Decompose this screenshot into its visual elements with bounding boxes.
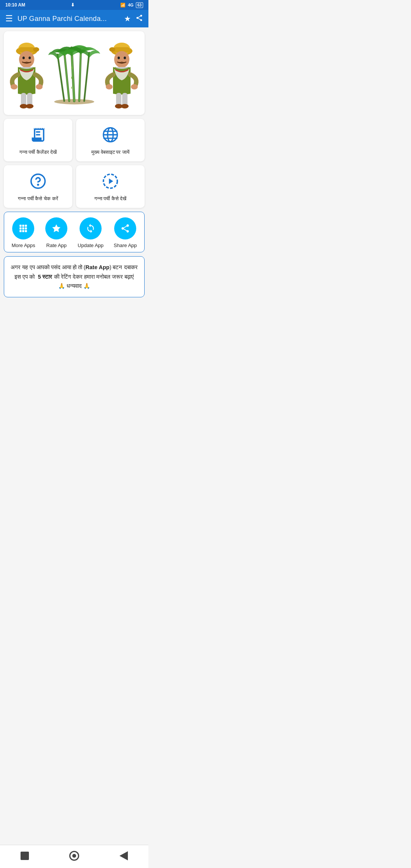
svg-point-14 [26,104,33,108]
svg-rect-55 [22,227,24,229]
share-header-button[interactable] [135,14,143,24]
share-app-icon [114,217,136,239]
more-apps-button[interactable]: More Apps [11,217,35,248]
rate-app-button[interactable]: Rate App [45,217,67,248]
svg-point-37 [106,84,113,89]
svg-point-9 [11,84,18,89]
more-apps-icon [12,217,34,239]
svg-rect-58 [22,230,24,232]
network-type: 4G [128,3,134,7]
more-apps-label: More Apps [11,243,35,248]
svg-marker-50 [109,179,113,184]
update-app-label: Update App [78,243,104,248]
five-star-bold: 5 स्टार [38,274,52,280]
svg-rect-56 [25,227,27,229]
banner-card [4,31,145,115]
svg-line-22 [57,54,64,101]
sugarcane-image [48,37,101,109]
svg-point-5 [22,57,25,59]
svg-rect-51 [20,225,22,227]
message-box: अगर यह एप आपको पसंद आया हो तो (Rate App)… [4,256,145,297]
receipt-icon [30,126,46,145]
update-app-icon [80,217,102,239]
farmer-left-image [6,40,48,109]
svg-rect-53 [25,225,27,227]
share-app-label: Share App [114,243,137,248]
svg-point-30 [109,47,115,52]
svg-point-41 [115,104,123,108]
svg-point-32 [124,57,126,59]
message-text: अगर यह एप आपको पसंद आया हो तो (Rate App)… [11,264,137,289]
globe-icon [102,126,119,145]
parchi-calendar-card[interactable]: गन्ना पर्ची कैलेंडर देखें [4,119,72,161]
how-check-card[interactable]: गन्ना पर्ची कैसे चेक करें [4,165,72,208]
svg-line-23 [84,53,89,101]
how-see-card[interactable]: गन्ना पर्ची कैसे देखें [76,165,145,208]
main-content: गन्ना पर्ची कैलेंडर देखें मुख्य वेबसाइट … [0,27,148,332]
svg-point-4 [19,51,34,68]
question-icon [30,173,46,192]
star-button[interactable]: ★ [124,14,131,23]
update-app-button[interactable]: Update App [78,217,104,248]
status-bar: 10:10 AM ⬇ 📶 4G 63 [0,0,148,10]
website-label: मुख्य वेबसाइट पर जायें [91,149,129,155]
status-time: 10:10 AM [5,2,25,8]
svg-point-36 [131,84,138,89]
menu-icon[interactable]: ☰ [5,14,13,24]
svg-point-6 [29,57,31,59]
share-app-button[interactable]: Share App [114,217,137,248]
signal-icon: 📶 [120,3,126,8]
parchi-calendar-label: गन्ना पर्ची कैलेंडर देखें [19,149,57,155]
status-download-icon: ⬇ [71,2,75,8]
svg-rect-57 [20,230,22,232]
svg-point-10 [36,84,43,89]
website-card[interactable]: मुख्य वेबसाइट पर जायें [76,119,145,161]
farmer-right-image [101,40,143,109]
how-see-label: गन्ना पर्ची कैसे देखें [94,196,127,202]
svg-rect-54 [20,227,22,229]
svg-marker-60 [52,224,61,232]
svg-rect-52 [22,225,24,227]
rate-app-label: Rate App [46,243,67,248]
rate-app-bold: Rate App [86,264,110,270]
rate-app-icon [45,217,67,239]
svg-point-31 [114,51,129,68]
menu-grid: गन्ना पर्ची कैलेंडर देखें मुख्य वेबसाइट … [4,119,145,208]
action-row: More Apps Rate App Update App [4,212,145,252]
how-check-label: गन्ना पर्ची कैसे चेक करें [18,196,58,202]
battery-indicator: 63 [136,3,143,7]
svg-rect-59 [25,230,27,232]
svg-line-19 [64,51,69,101]
top-bar: ☰ UP Ganna Parchi Calenda... ★ [0,10,148,27]
play-icon [102,173,119,192]
svg-point-33 [118,57,120,59]
app-title: UP Ganna Parchi Calenda... [18,15,119,23]
svg-point-3 [33,47,39,52]
